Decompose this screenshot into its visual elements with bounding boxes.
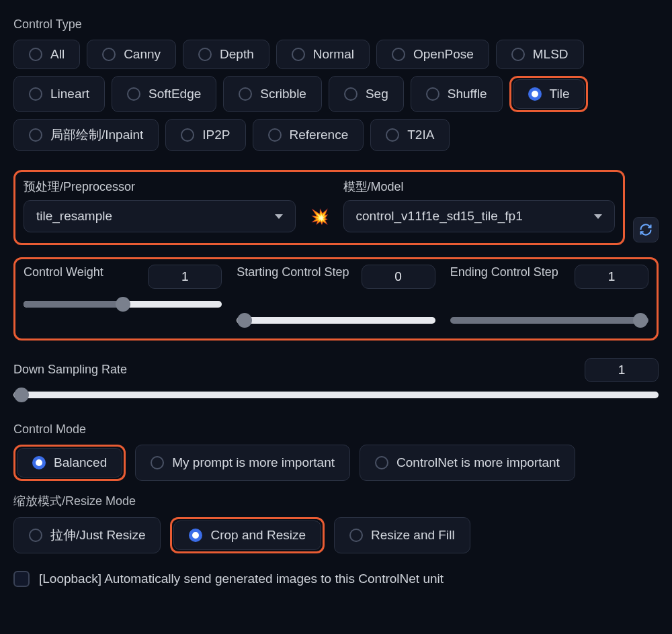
start-step-slider[interactable] (237, 317, 435, 324)
radio-label: MLSD (533, 47, 569, 62)
radio-icon (511, 48, 525, 61)
control-mode-balanced[interactable]: Balanced (17, 448, 122, 478)
down-sampling-group: Down Sampling Rate 1 (13, 358, 659, 398)
control-type-seg[interactable]: Seg (329, 76, 404, 112)
preprocessor-select[interactable]: tile_resample (24, 200, 296, 232)
radio-label: Normal (313, 47, 354, 62)
preprocessor-label: 预处理/Preprocessor (24, 179, 296, 195)
radio-icon (29, 529, 42, 542)
start-step-group: Starting Control Step 0 (237, 265, 435, 324)
resize-mode-label: 缩放模式/Resize Mode (13, 493, 659, 509)
radio-label: Crop and Resize (210, 528, 306, 543)
down-sampling-input[interactable]: 1 (585, 358, 659, 382)
slider-thumb[interactable] (116, 297, 130, 312)
radio-icon (268, 128, 282, 142)
run-preprocessor-button[interactable]: 💥 (306, 208, 333, 232)
radio-label: 拉伸/Just Resize (50, 527, 145, 544)
radio-icon (426, 87, 439, 101)
radio-icon (386, 128, 399, 142)
radio-icon (102, 48, 116, 61)
control-type-label: Control Type (13, 17, 659, 32)
end-step-label: Ending Control Step (450, 265, 558, 280)
radio-icon (29, 48, 42, 61)
control-mode-controlnet[interactable]: ControlNet is more important (360, 445, 575, 481)
model-label: 模型/Model (343, 179, 616, 195)
refresh-models-button[interactable] (633, 217, 659, 242)
radio-icon (292, 48, 305, 61)
control-type-mlsd[interactable]: MLSD (496, 40, 584, 69)
resize-mode-crop[interactable]: Crop and Resize (173, 520, 321, 550)
end-step-group: Ending Control Step 1 (450, 265, 648, 324)
control-type-all[interactable]: All (13, 40, 80, 69)
control-type-tile[interactable]: Tile (513, 79, 585, 109)
loopback-label: [Loopback] Automatically send generated … (39, 572, 444, 586)
control-type-ip2p[interactable]: IP2P (165, 119, 245, 151)
radio-label: Balanced (54, 455, 107, 470)
resize-mode-crop-highlight: Crop and Resize (170, 517, 325, 553)
resize-mode-fill[interactable]: Resize and Fill (334, 517, 470, 553)
radio-label: OpenPose (413, 47, 474, 62)
preprocessor-model-highlight: 预处理/Preprocessor tile_resample 💥 模型/Mode… (13, 170, 625, 245)
radio-label: Depth (220, 47, 254, 62)
control-weight-label: Control Weight (24, 265, 103, 280)
refresh-icon (639, 223, 653, 236)
control-type-shuffle[interactable]: Shuffle (411, 76, 503, 112)
down-sampling-label: Down Sampling Rate (13, 362, 127, 377)
end-step-slider[interactable] (450, 317, 648, 324)
slider-thumb[interactable] (14, 388, 29, 402)
control-type-t2ia[interactable]: T2IA (370, 119, 450, 151)
radio-icon (344, 87, 358, 101)
preprocessor-value: tile_resample (36, 209, 112, 224)
radio-label: All (50, 47, 65, 62)
control-mode-label: Control Mode (13, 422, 659, 437)
control-type-row-1: All Canny Depth Normal OpenPose MLSD (13, 40, 659, 69)
radio-label: Resize and Fill (371, 528, 455, 543)
radio-icon (189, 529, 202, 542)
resize-mode-just-resize[interactable]: 拉伸/Just Resize (13, 517, 161, 553)
radio-label: Scribble (260, 87, 306, 101)
control-type-scribble[interactable]: Scribble (223, 76, 322, 112)
radio-label: T2IA (407, 128, 434, 142)
radio-label: Shuffle (448, 87, 487, 101)
control-type-row-3: 局部绘制/Inpaint IP2P Reference T2IA (13, 119, 659, 151)
control-weight-input[interactable]: 1 (148, 265, 222, 289)
control-mode-prompt[interactable]: My prompt is more important (135, 445, 350, 481)
down-sampling-slider[interactable] (13, 392, 659, 398)
control-type-depth[interactable]: Depth (183, 40, 269, 69)
control-type-lineart[interactable]: Lineart (13, 76, 105, 112)
start-step-input[interactable]: 0 (362, 265, 435, 289)
control-type-canny[interactable]: Canny (87, 40, 176, 69)
radio-icon (375, 456, 388, 469)
radio-icon (127, 87, 140, 101)
control-step-sliders-highlight: Control Weight 1 Starting Control Step 0… (13, 257, 659, 341)
start-step-label: Starting Control Step (237, 265, 349, 280)
radio-icon (151, 456, 164, 469)
control-type-tile-highlight: Tile (509, 76, 589, 112)
control-type-softedge[interactable]: SoftEdge (112, 76, 216, 112)
control-weight-group: Control Weight 1 (24, 265, 222, 324)
control-mode-balanced-highlight: Balanced (13, 445, 126, 481)
end-step-input[interactable]: 1 (575, 265, 648, 289)
slider-thumb[interactable] (633, 313, 648, 328)
radio-label: ControlNet is more important (396, 455, 560, 470)
slider-thumb[interactable] (237, 313, 252, 328)
loopback-checkbox[interactable] (13, 571, 30, 587)
control-weight-slider[interactable] (24, 301, 222, 308)
radio-icon (29, 87, 42, 101)
radio-label: IP2P (202, 128, 230, 142)
radio-icon (392, 48, 405, 61)
loopback-row[interactable]: [Loopback] Automatically send generated … (13, 571, 659, 587)
radio-label: Canny (124, 47, 161, 62)
chevron-down-icon (275, 214, 283, 219)
model-select[interactable]: control_v11f1e_sd15_tile_fp1 (343, 200, 616, 232)
control-type-reference[interactable]: Reference (253, 119, 364, 151)
control-type-openpose[interactable]: OpenPose (376, 40, 489, 69)
radio-label: Reference (290, 128, 349, 142)
radio-label: 局部绘制/Inpaint (50, 126, 143, 144)
radio-icon (198, 48, 212, 61)
control-type-normal[interactable]: Normal (276, 40, 370, 69)
radio-icon (32, 456, 46, 469)
radio-label: Lineart (50, 87, 89, 101)
control-type-inpaint[interactable]: 局部绘制/Inpaint (13, 119, 159, 151)
radio-label: Seg (366, 87, 388, 101)
